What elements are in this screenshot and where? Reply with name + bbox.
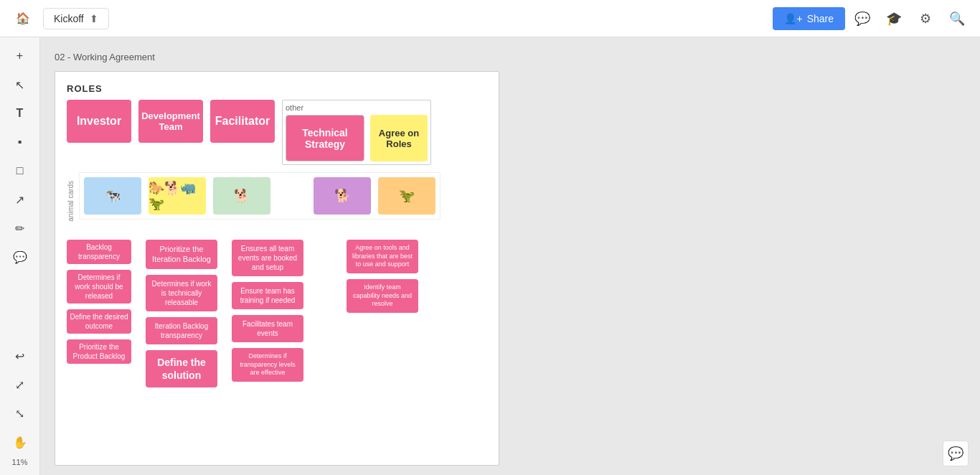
task-determines-release[interactable]: Determines if work should be released — [67, 270, 131, 304]
task-prioritize-iteration[interactable]: Prioritize the Iteration Backlog — [146, 240, 217, 269]
home-icon: 🏠 — [16, 11, 30, 25]
devteam-tasks: Prioritize the Iteration Backlog Determi… — [146, 240, 217, 387]
task-transparency-effective[interactable]: Determines if transparency levels are ef… — [232, 348, 303, 382]
add-tool-button[interactable]: + — [7, 43, 33, 69]
facilitator-label: Facilitator — [215, 115, 270, 128]
tasks-area: Backlog transparency Determines if work … — [67, 240, 487, 387]
share-button[interactable]: 👤+ Share — [773, 7, 845, 30]
share-person-icon: 👤+ — [784, 13, 802, 24]
arrow-tool-button[interactable]: ↗ — [7, 187, 33, 212]
role-investor[interactable]: Investor — [67, 100, 131, 143]
task-determines-technical[interactable]: Determines if work is technically releas… — [146, 275, 217, 311]
upload-icon: ⬆ — [90, 13, 98, 24]
tab-kickoff[interactable]: Kickoff ⬆ — [43, 8, 109, 29]
facilitator-tasks: Ensures all team events are booked and s… — [232, 240, 303, 387]
breadcrumb: 02 - Working Agreement — [55, 52, 966, 62]
techstrat-label: Technical Strategy — [291, 127, 359, 150]
other-section: other Technical Strategy Agree on Roles — [282, 100, 431, 165]
task-training[interactable]: Ensure team has training if needed — [232, 282, 303, 309]
animal-card-green[interactable]: 🐕 — [213, 177, 270, 215]
zoom-level: 11% — [11, 458, 27, 466]
sidebar: + ↖ T ▪ □ ↗ ✏ 💬 ↩ ⤢ ⤡ ✋ 11% — [0, 37, 40, 475]
role-techstrat[interactable]: Technical Strategy — [286, 115, 364, 161]
chat-icon-button[interactable]: 💬 — [848, 4, 877, 33]
animal-card-purple[interactable]: 🐕 — [314, 177, 371, 215]
agree-label: Agree on Roles — [374, 128, 423, 149]
role-facilitator[interactable]: Facilitator — [210, 100, 275, 143]
task-tools-libraries[interactable]: Agree on tools and libraries that are be… — [347, 240, 418, 273]
tab-label: Kickoff — [54, 13, 84, 24]
role-agree[interactable]: Agree on Roles — [370, 115, 428, 161]
main-canvas: 02 - Working Agreement ROLES Investor De… — [40, 37, 980, 475]
task-iteration-transparency[interactable]: Iteration Backlog transparency — [146, 317, 217, 344]
roles-label: ROLES — [67, 83, 487, 94]
animal-card-yellow[interactable]: 🐎🐕🦏🦖 — [149, 177, 206, 215]
task-facilitates-events[interactable]: Facilitates team events — [232, 315, 303, 342]
home-button[interactable]: 🏠 — [9, 4, 37, 33]
animal-cards-section: animal cards 🐄 🐎🐕🦏🦖 🐕 🐕 🦖 — [67, 172, 487, 230]
shape-tool-button[interactable]: □ — [7, 158, 33, 184]
header: 🏠 Kickoff ⬆ 👤+ Share 💬 🎓 ⚙ 🔍 — [0, 0, 980, 37]
share-label: Share — [807, 13, 834, 24]
sticky-tool-button[interactable]: ▪ — [7, 129, 33, 155]
text-tool-button[interactable]: T — [7, 100, 33, 126]
task-events-booked[interactable]: Ensures all team events are booked and s… — [232, 240, 303, 276]
bottom-chat-button[interactable]: 💬 — [943, 441, 969, 466]
animal-card-blue[interactable]: 🐄 — [84, 177, 141, 215]
devteam-label: Development Team — [141, 110, 200, 132]
animal-card-orange[interactable]: 🦖 — [378, 177, 435, 215]
task-capability[interactable]: Identify team capability needs and resol… — [347, 279, 418, 313]
animal-row: 🐄 🐎🐕🦏🦖 🐕 🐕 🦖 — [79, 172, 440, 220]
techstrat-tasks: Agree on tools and libraries that are be… — [347, 240, 418, 387]
undo-button[interactable]: ↩ — [7, 343, 33, 369]
select-tool-button[interactable]: ↖ — [7, 72, 33, 98]
expand-button[interactable]: ⤢ — [7, 372, 33, 398]
task-define-outcome[interactable]: Define the desired outcome — [67, 309, 131, 334]
investor-tasks: Backlog transparency Determines if work … — [67, 240, 131, 387]
settings-icon-button[interactable]: ⚙ — [911, 4, 940, 33]
role-devteam[interactable]: Development Team — [138, 100, 203, 143]
task-backlog-transparency[interactable]: Backlog transparency — [67, 240, 131, 264]
task-prioritize-product[interactable]: Prioritize the Product Backlog — [67, 339, 131, 364]
board-canvas: ROLES Investor Development Team Facilita… — [55, 71, 499, 466]
comment-tool-button[interactable]: 💬 — [7, 244, 33, 270]
other-label: other — [286, 103, 428, 112]
hand-tool-button[interactable]: ✋ — [7, 429, 33, 455]
animal-cards-label: animal cards — [67, 181, 75, 222]
investor-label: Investor — [77, 115, 121, 128]
pen-tool-button[interactable]: ✏ — [7, 215, 33, 241]
task-define-solution[interactable]: Define the solution — [146, 350, 217, 387]
collapse-button[interactable]: ⤡ — [7, 400, 33, 426]
search-icon-button[interactable]: 🔍 — [943, 4, 971, 33]
graduation-icon-button[interactable]: 🎓 — [880, 4, 908, 33]
roles-row: Investor Development Team Facilitator ot… — [67, 100, 487, 165]
